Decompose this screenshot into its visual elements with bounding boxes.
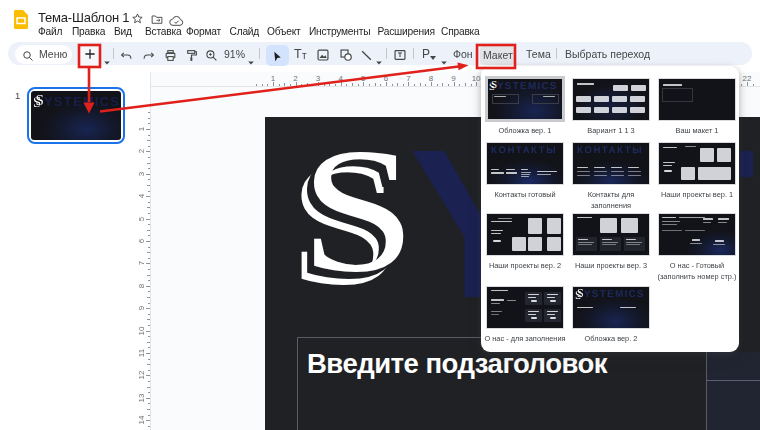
svg-text:S: S	[577, 288, 584, 300]
svg-text:S: S	[35, 94, 43, 108]
svg-text:S: S	[491, 80, 497, 90]
